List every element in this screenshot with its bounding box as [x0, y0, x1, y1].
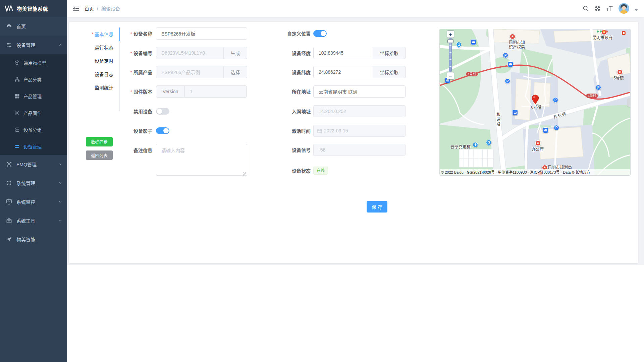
sidebar-item-product-category[interactable]: 产品分类 [0, 71, 67, 88]
status-badge: 在线 [313, 167, 328, 175]
sidebar-item-product-mgmt[interactable]: 产品管理 [0, 88, 67, 105]
bus-stop-icon [471, 39, 476, 45]
edit-device-card: *基本信息 运行状态 设备定时 设备日志 监测统计 数据同步 返回列表 设备名称… [69, 22, 638, 263]
font-size-icon[interactable] [606, 5, 613, 12]
sidebar-item-system-monitor[interactable]: 系统监控 [0, 192, 67, 211]
disable-device-toggle[interactable] [156, 108, 169, 115]
parking-icon: P [553, 97, 558, 103]
remark-row: 备注信息 [105, 144, 247, 176]
signal-row: 设备信号 [270, 144, 406, 156]
chevron-down-icon [58, 219, 62, 223]
device-shadow-label: 设备影子 [105, 127, 152, 134]
signal-label: 设备信号 [270, 146, 311, 153]
parking-icon: P [554, 125, 559, 130]
remark-label: 备注信息 [105, 144, 152, 154]
firmware-row: 固件版本 Version 1 [105, 85, 247, 98]
map-attribution: © 2022 Baidu - GS(2021)6026号 - 甲测资字11009… [440, 169, 630, 175]
bars-icon [14, 144, 20, 149]
disable-device-row: 禁用设备 [105, 105, 169, 117]
remark-textarea[interactable] [156, 144, 247, 176]
poi-star-icon [509, 34, 516, 40]
chevron-down-icon [58, 181, 62, 185]
sidebar-fold-icon[interactable] [72, 5, 79, 11]
chevron-down-icon [58, 200, 62, 204]
parking-icon: P [503, 53, 508, 58]
device-name-input[interactable] [156, 27, 247, 40]
sidebar-item-wumei[interactable]: 物美智能 [0, 230, 67, 249]
custom-location-label: 自定义位置 [270, 30, 311, 37]
poi-label-gov: 昆明市政府 [592, 36, 612, 40]
sidebar-item-device-mgmt-sub[interactable]: 设备管理 [0, 138, 67, 155]
zoom-slider-track[interactable] [449, 38, 452, 72]
sidebar-item-system-tools[interactable]: 系统工具 [0, 211, 67, 230]
gear-icon [6, 180, 12, 186]
ip-input [313, 105, 406, 117]
paper-plane-icon [6, 236, 12, 242]
breadcrumb-home[interactable]: 首页 [85, 5, 94, 12]
device-no-label: 设备编号 [105, 50, 152, 56]
app-title: 物美智能系统 [17, 5, 48, 12]
avatar-image [619, 3, 629, 14]
panel-handle[interactable] [627, 98, 630, 107]
signal-input [313, 144, 406, 156]
custom-location-toggle[interactable] [313, 30, 327, 37]
sidebar-item-thing-model[interactable]: 通用物模型 [0, 54, 67, 71]
address-row: 所在地址 [270, 85, 406, 98]
topbar: 首页 / 编辑设备 [67, 0, 644, 17]
poi-red-icon [622, 31, 626, 35]
address-input[interactable] [313, 85, 406, 98]
product-row: 所属产品 选择 [105, 66, 247, 78]
sidebar-item-product-firmware[interactable]: 产品固件 [0, 105, 67, 121]
calendar-icon [317, 128, 322, 133]
bus-stop-icon [543, 127, 548, 133]
breadcrumb: 首页 / 编辑设备 [85, 5, 120, 12]
poi-star-icon [535, 140, 541, 146]
resize-handle[interactable] [243, 172, 246, 176]
save-button[interactable]: 保 存 [367, 201, 387, 213]
bus-stop-icon [512, 110, 518, 115]
poi-label-office: 办公厅 [532, 147, 544, 152]
pick-longitude-button[interactable]: 坐标拾取 [373, 47, 406, 59]
chevron-up-icon [58, 43, 62, 47]
logo-icon [5, 5, 13, 12]
device-shadow-toggle[interactable] [156, 127, 169, 134]
poi-label-bld5: 5号楼 [613, 76, 624, 80]
latitude-row: 设备纬度 坐标拾取 [270, 66, 406, 78]
search-icon[interactable] [583, 5, 589, 12]
longitude-input[interactable] [313, 47, 373, 59]
street-label-hexie: 和谐路 [495, 112, 501, 127]
zoom-in-button[interactable]: + [447, 31, 454, 38]
network-x-icon [6, 161, 12, 167]
app-logo[interactable]: 物美智能系统 [0, 0, 67, 17]
poi-dot [597, 31, 599, 33]
monitor-chart-icon [6, 199, 12, 205]
product-input [156, 66, 224, 78]
firmware-prefix: Version [156, 85, 185, 98]
latitude-input[interactable] [313, 66, 373, 78]
baidu-map[interactable]: 1号线 1号线 和谐路 吉安街 昆明市知识产权局 昆明市政府 5号楼 办公厅 昆… [439, 29, 631, 176]
parking-icon: P [505, 78, 510, 84]
fullscreen-icon[interactable] [594, 5, 601, 12]
device-shadow-row: 设备影子 [105, 125, 169, 137]
generate-button[interactable]: 生成 [224, 47, 247, 59]
avatar[interactable] [619, 3, 629, 14]
pick-latitude-button[interactable]: 坐标拾取 [373, 66, 406, 78]
status-row: 设备状态 在线 [270, 165, 328, 177]
parking-icon: P [596, 85, 601, 90]
longitude-label: 设备经度 [270, 50, 311, 56]
metro-line-badge: 1号线 [586, 94, 598, 98]
sidebar-item-home[interactable]: 首页 [0, 17, 67, 36]
select-product-button[interactable]: 选择 [224, 66, 247, 78]
poi-label-bld6: 6号楼 [531, 105, 541, 110]
device-no-row: 设备编号 生成 [105, 47, 247, 59]
disable-device-label: 禁用设备 [105, 108, 152, 115]
zoom-out-button[interactable]: − [447, 72, 454, 79]
sidebar-item-device-group[interactable]: 设备分组 [0, 121, 67, 138]
layers-wave-icon [6, 42, 12, 48]
sidebar-item-device-mgmt[interactable]: 设备管理 [0, 36, 67, 54]
sidebar-item-system-mgmt[interactable]: 系统管理 [0, 174, 67, 192]
poi-label-charging: 云享充电桩 [450, 145, 471, 149]
zoom-slider-handle[interactable] [447, 39, 453, 43]
sidebar-item-emq[interactable]: EMQ管理 [0, 155, 67, 174]
caret-down-icon[interactable] [635, 9, 638, 11]
